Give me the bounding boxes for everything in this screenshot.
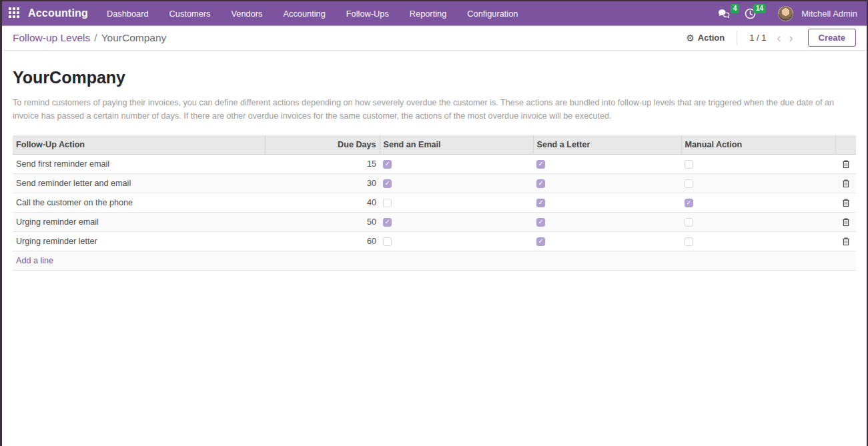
control-panel-right: ⚙ Action 1 / 1 ‹ › Create [686,29,856,47]
table-row[interactable]: Call the customer on the phone 40 [13,193,856,213]
pager-previous-button[interactable]: ‹ [773,32,785,44]
delete-row-button[interactable] [842,198,850,207]
followup-levels-table: Follow-Up Action Due Days Send an Email … [13,135,856,271]
trash-icon [842,198,850,207]
trash-icon [842,179,850,188]
delete-row-button[interactable] [842,179,850,188]
top-navbar: Accounting Dashboard Customers Vendors A… [2,1,867,25]
add-line-row: Add a line [13,251,856,271]
send-email-checkbox[interactable] [383,237,392,246]
table-row[interactable]: Urging reminder email 50 [13,213,856,232]
nav-item-vendors[interactable]: Vendors [230,2,264,25]
column-header-send-letter[interactable]: Send a Letter [533,135,681,155]
page-description: To remind customers of paying their invo… [13,96,849,123]
delete-row-button[interactable] [842,159,850,169]
divider [737,31,737,45]
nav-item-accounting[interactable]: Accounting [282,2,326,25]
manual-action-checkbox[interactable] [685,199,693,207]
breadcrumb-parent-link[interactable]: Follow-up Levels [13,32,90,44]
due-days-cell[interactable]: 50 [265,213,380,232]
nav-item-configuration[interactable]: Configuration [466,2,519,25]
send-email-checkbox[interactable] [383,179,392,188]
column-header-delete [835,135,856,155]
send-letter-checkbox[interactable] [536,179,545,188]
apps-grid-icon[interactable] [9,7,21,19]
pager-counter: 1 / 1 [749,33,766,43]
user-name[interactable]: Mitchell Admin [801,9,857,19]
nav-item-follow-ups[interactable]: Follow-Ups [345,2,390,25]
nav-item-customers[interactable]: Customers [168,2,212,25]
activities-count-badge: 14 [753,4,766,13]
app-name[interactable]: Accounting [28,7,88,19]
column-header-manual-action[interactable]: Manual Action [681,135,835,155]
send-letter-checkbox[interactable] [536,237,545,246]
breadcrumb-separator: / [94,32,97,44]
pager-next-button[interactable]: › [785,32,797,44]
nav-item-dashboard[interactable]: Dashboard [105,2,150,25]
manual-action-checkbox[interactable] [685,218,693,227]
activities-button[interactable]: 14 [745,5,762,21]
send-letter-checkbox[interactable] [536,199,545,207]
action-menu-button[interactable]: ⚙ Action [686,33,725,43]
table-row[interactable]: Urging reminder letter 60 [13,232,856,251]
followup-action-cell[interactable]: Urging reminder letter [13,232,265,251]
app-window: Accounting Dashboard Customers Vendors A… [0,0,868,446]
followup-action-cell[interactable]: Send first reminder email [13,155,265,174]
add-a-line-link[interactable]: Add a line [16,256,53,265]
manual-action-checkbox[interactable] [685,160,693,169]
create-button[interactable]: Create [808,29,856,47]
followup-action-cell[interactable]: Send reminder letter and email [13,174,265,193]
send-letter-checkbox[interactable] [536,218,545,227]
nav-item-reporting[interactable]: Reporting [408,2,448,25]
manual-action-checkbox[interactable] [685,237,693,246]
main-content: YourCompany To remind customers of payin… [2,68,867,271]
action-button-label: Action [698,33,725,43]
page-title: YourCompany [13,68,856,87]
due-days-cell[interactable]: 40 [265,193,380,213]
gear-icon: ⚙ [686,33,695,43]
messages-button[interactable]: 4 [718,5,735,21]
trash-icon [842,217,850,227]
trash-icon [842,237,850,246]
send-email-checkbox[interactable] [383,218,392,227]
column-header-send-email[interactable]: Send an Email [380,135,533,155]
due-days-cell[interactable]: 15 [265,155,380,174]
followup-action-cell[interactable]: Urging reminder email [13,213,265,232]
send-email-checkbox[interactable] [383,160,392,169]
delete-row-button[interactable] [842,237,850,246]
breadcrumb-current: YourCompany [101,32,167,44]
due-days-cell[interactable]: 30 [265,174,380,193]
column-header-followup-action[interactable]: Follow-Up Action [13,135,265,155]
delete-row-button[interactable] [842,217,850,227]
column-header-due-days[interactable]: Due Days [265,135,380,155]
table-row[interactable]: Send first reminder email 15 [13,155,856,174]
table-header-row: Follow-Up Action Due Days Send an Email … [13,135,856,155]
user-avatar[interactable] [778,6,793,21]
control-panel: Follow-up Levels / YourCompany ⚙ Action … [2,25,867,51]
send-email-checkbox[interactable] [383,199,392,207]
manual-action-checkbox[interactable] [685,179,693,188]
breadcrumb: Follow-up Levels / YourCompany [13,32,166,44]
navbar-right: 4 14 Mitchell Admin [718,5,857,21]
send-letter-checkbox[interactable] [536,160,545,169]
trash-icon [842,159,850,169]
messages-count-badge: 4 [731,4,740,13]
nav-menu: Dashboard Customers Vendors Accounting F… [105,2,519,25]
followup-action-cell[interactable]: Call the customer on the phone [13,193,265,213]
table-row[interactable]: Send reminder letter and email 30 [13,174,856,193]
due-days-cell[interactable]: 60 [265,232,380,251]
